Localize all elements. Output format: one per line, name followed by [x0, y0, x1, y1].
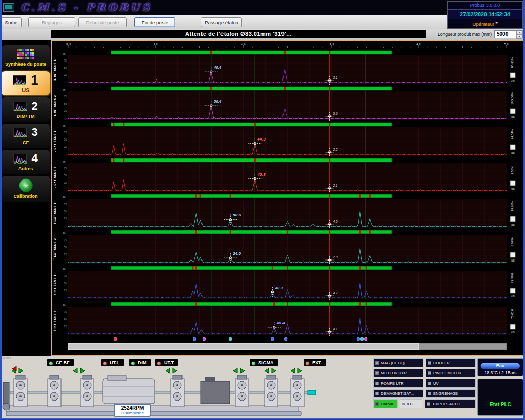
control-row: MOTEUR UTRPINCH_MOTOR: [373, 369, 476, 377]
channel-checkbox[interactable]: [510, 73, 515, 78]
control-button-engrenage[interactable]: ENGRENAGE: [426, 389, 476, 398]
svg-text:2.1: 2.1: [333, 184, 338, 187]
rpm-display: 2524RPM 0.96mm/sec: [114, 404, 151, 417]
svg-text:IdB: IdB: [511, 331, 515, 334]
control-button-mag-cf-bf[interactable]: MAG (CF BF): [373, 358, 423, 367]
svg-text:75: 75: [64, 59, 67, 62]
svg-text:25: 25: [64, 181, 67, 184]
control-button-label: MAG (CF BF): [381, 361, 405, 365]
svg-text:80.93%: 80.93%: [511, 57, 514, 68]
control-row: POMPE UTRUV: [373, 379, 476, 388]
defect-marker-dot: [357, 337, 360, 341]
control-row: Enroul.B. à B.TRIPELS AUTO: [373, 399, 476, 408]
sidebar-item-synth-se-du-poste[interactable]: Synthèse du poste: [1, 45, 50, 69]
control-button-moteur-utr[interactable]: MOTEUR UTR: [373, 369, 423, 377]
control-button-uv[interactable]: UV: [426, 379, 476, 388]
svg-text:44.3: 44.3: [257, 137, 266, 142]
sidebar-item-number: 1: [31, 74, 38, 86]
toolbar-button-fin-de-poste[interactable]: Fin de poste: [134, 17, 175, 27]
svg-text:3,0: 3,0: [329, 42, 334, 46]
svg-text:6.07%: 6.07%: [511, 237, 514, 247]
channel-checkbox[interactable]: [510, 216, 515, 222]
svg-text:50: 50: [64, 174, 67, 177]
svg-text:50.6: 50.6: [233, 213, 241, 217]
svg-text:IdB: IdB: [511, 259, 515, 262]
control-button-tripels-auto[interactable]: TRIPELS AUTO: [425, 399, 476, 408]
defect-marker-dot: [193, 337, 196, 341]
control-row: DEMAGNETISAT...ENGRENAGE: [373, 389, 476, 398]
title-bar: C.M.S - PROBUS: [0, 0, 525, 15]
svg-text:T EXT SENS 2: T EXT SENS 2: [53, 238, 56, 261]
control-button-pinch-motor[interactable]: PINCH_MOTOR: [426, 369, 476, 377]
control-button-demagnetisat[interactable]: DEMAGNETISAT...: [373, 389, 423, 398]
toolbar-button-sortie[interactable]: Sortie: [1, 17, 22, 27]
channel-checkbox[interactable]: [510, 288, 515, 293]
led-indicator-icon: [375, 392, 379, 395]
sidebar-item-label: Calibration: [2, 194, 49, 199]
sidebar-item-calibration[interactable]: ✳Calibration: [1, 176, 50, 202]
channel-checkbox[interactable]: [510, 324, 515, 329]
datetime-label: 27/02/2020 14:52:34: [448, 9, 522, 19]
channel-checkbox[interactable]: [510, 145, 515, 150]
channel-checkbox[interactable]: [510, 252, 515, 257]
control-panel: MAG (CF BF)COOLERMOTEUR UTRPINCH_MOTORPO…: [373, 358, 476, 408]
led-indicator-icon: [375, 402, 379, 406]
control-button-b-b[interactable]: B. à B.: [400, 399, 422, 408]
sidebar-item-label: Synthèse du poste: [2, 62, 49, 67]
app-icon: [3, 3, 14, 12]
svg-text:75: 75: [64, 203, 67, 206]
svg-text:L INT SENS 2: L INT SENS 2: [53, 95, 56, 116]
svg-text:75: 75: [64, 167, 67, 170]
control-button-label: B. à B.: [402, 402, 414, 406]
toolbar-button-d-but-de-poste[interactable]: Début de poste: [78, 17, 127, 27]
sidebar-item-us[interactable]: 1US: [1, 71, 50, 95]
sidebar-item-label: DIM+TM: [2, 114, 49, 119]
control-button-cooler[interactable]: COOLER: [426, 358, 476, 367]
svg-text:50: 50: [64, 282, 67, 285]
led-indicator-icon: [428, 382, 431, 385]
led-indicator-icon: [428, 361, 431, 365]
channel-checkbox[interactable]: [510, 109, 515, 114]
operator-row: Opérateur *: [448, 19, 522, 28]
channel-checkbox[interactable]: [510, 181, 515, 186]
svg-text:L INT SENS 1: L INT SENS 1: [53, 59, 56, 81]
svg-text:4.5: 4.5: [333, 219, 338, 223]
sidebar: Synthèse du poste1US2DIM+TM3CF4Autres✳Ca…: [0, 40, 51, 356]
svg-text:IdB: IdB: [511, 223, 515, 226]
svg-text:%: %: [63, 160, 66, 163]
toolbar-button-passage-talon[interactable]: Passage étalon: [201, 17, 242, 27]
svg-text:75: 75: [64, 95, 67, 98]
sidebar-item-cf[interactable]: 3CF: [1, 124, 50, 148]
svg-text:25: 25: [64, 73, 67, 76]
svg-text:50: 50: [64, 246, 67, 249]
control-button-label: ENGRENAGE: [433, 391, 458, 396]
svg-text:IdB: IdB: [511, 187, 515, 190]
spin-down-icon[interactable]: ▼: [516, 35, 522, 39]
sidebar-item-autres[interactable]: 4Autres: [1, 150, 50, 174]
svg-text:75: 75: [64, 238, 67, 242]
svg-text:L EXT SENS 1: L EXT SENS 1: [53, 131, 56, 153]
led-indicator-icon: [428, 371, 431, 375]
length-spinner[interactable]: 5000 ▲ ▼: [494, 30, 523, 38]
operator-star: *: [496, 21, 498, 27]
svg-text:%: %: [63, 232, 66, 235]
svg-text:25: 25: [64, 217, 67, 220]
chart-panel: 0,01,02,03,04,05,0%755025L INT SENS 140.…: [51, 40, 525, 356]
sidebar-item-dim-tm[interactable]: 2DIM+TM: [1, 97, 50, 122]
control-button-pompe-utr[interactable]: POMPE UTR: [373, 379, 423, 388]
control-button-enroul[interactable]: Enroul.: [373, 399, 398, 408]
svg-text:50: 50: [64, 210, 67, 213]
eau-button[interactable]: Eau: [480, 363, 520, 369]
toolbar-button-r-glages[interactable]: Réglages: [28, 17, 75, 27]
defect-marker-dot: [114, 337, 117, 341]
control-button-label: TRIPELS AUTO: [432, 402, 460, 406]
waveform-icon: [13, 154, 27, 163]
info-panel: Probus 3.0.0.0 27/02/2020 14:52:34 Opéra…: [447, 1, 523, 29]
svg-text:T EXT SENS 1: T EXT SENS 1: [53, 203, 56, 225]
spin-up-icon[interactable]: ▲: [516, 31, 522, 35]
svg-text:2,0: 2,0: [241, 42, 246, 46]
svg-text:1.55%: 1.55%: [511, 166, 514, 175]
window-border-bottom: [0, 418, 525, 420]
led-indicator-icon: [375, 361, 379, 365]
chart-scrollbar-thumb[interactable]: [68, 343, 419, 350]
